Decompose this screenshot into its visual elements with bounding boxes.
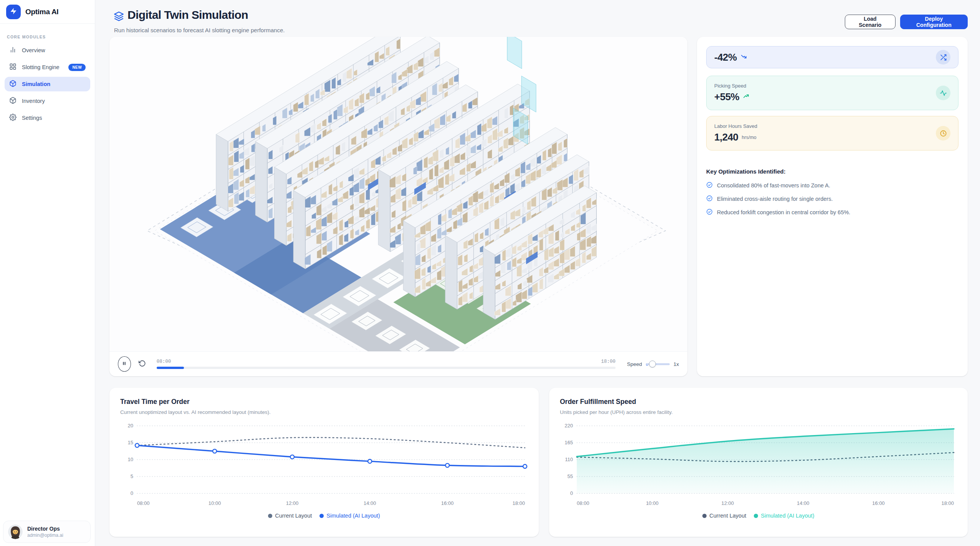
svg-text:08:00: 08:00 — [137, 500, 150, 506]
timeline-track[interactable] — [157, 367, 616, 369]
logo — [6, 5, 21, 19]
fulfillment-speed-chart-card: Order Fulfillment Speed Units picked per… — [549, 388, 968, 537]
stat-value: +55% — [714, 91, 739, 103]
svg-text:16:00: 16:00 — [441, 500, 454, 506]
svg-text:5: 5 — [131, 473, 133, 479]
svg-text:0: 0 — [131, 490, 133, 496]
svg-text:10:00: 10:00 — [209, 500, 221, 506]
header-actions: Load Scenario Deploy Configuration — [845, 15, 968, 29]
legend-dot — [754, 514, 758, 518]
stat-card-picking-speed: Picking Speed +55% — [706, 76, 958, 110]
cube-icon — [9, 80, 17, 88]
stat-value: 1,240 — [714, 131, 738, 143]
user-name: Director Ops — [27, 526, 63, 532]
trending-up-icon — [743, 93, 749, 101]
legend-item: Simulated (AI Layout) — [319, 513, 380, 519]
legend-dot — [268, 514, 272, 518]
sidebar-section-label: CORE MODULES — [0, 24, 95, 43]
optimization-text: Consolidated 80% of fast-movers into Zon… — [717, 182, 830, 189]
sidebar-item-label: Slotting Engine — [22, 64, 60, 70]
sidebar-item-overview[interactable]: Overview — [5, 43, 90, 58]
svg-text:10:00: 10:00 — [646, 500, 659, 506]
package-icon — [9, 97, 17, 105]
pause-button[interactable] — [118, 356, 131, 372]
digital-twin-card: 08:00 18:00 Speed 1x — [109, 37, 687, 376]
page-subtitle: Run historical scenarios to forecast AI … — [114, 27, 285, 33]
svg-text:14:00: 14:00 — [364, 500, 376, 506]
shuffle-icon — [936, 50, 950, 65]
pause-icon — [121, 361, 127, 367]
speed-label: Speed — [627, 361, 642, 367]
deploy-configuration-button[interactable]: Deploy Configuration — [900, 15, 968, 29]
stat-label: Picking Speed — [714, 83, 749, 89]
brand-name: Optima AI — [25, 8, 58, 16]
legend-item: Current Layout — [268, 513, 312, 519]
chart-title: Travel Time per Order — [120, 398, 528, 406]
travel-time-chart: 0510152008:0010:0012:0014:0016:0018:00 — [120, 420, 528, 512]
user-info: Director Ops admin@optima.ai — [27, 526, 63, 538]
check-circle-icon — [706, 208, 713, 216]
digital-twin-3d-view[interactable] — [109, 37, 687, 351]
stat-unit: hrs/mo — [742, 135, 757, 140]
legend-item: Simulated (AI Layout) — [754, 513, 814, 519]
sidebar-item-inventory[interactable]: Inventory — [5, 94, 90, 108]
svg-text:18:00: 18:00 — [941, 500, 954, 506]
user-email: admin@optima.ai — [27, 533, 63, 538]
simulation-results-panel: -42% Picking Speed +55% — [697, 37, 968, 376]
chart-title: Order Fulfillment Speed — [560, 398, 957, 406]
end-time-label: 18:00 — [601, 359, 616, 364]
avatar — [8, 524, 23, 539]
svg-text:10: 10 — [128, 457, 133, 462]
page-title: Digital Twin Simulation — [127, 8, 248, 22]
sidebar-item-simulation[interactable]: Simulation — [5, 77, 90, 91]
svg-text:18:00: 18:00 — [512, 500, 525, 506]
svg-text:16:00: 16:00 — [872, 500, 885, 506]
sidebar-item-label: Inventory — [22, 98, 45, 104]
optimizations-list: Consolidated 80% of fast-movers into Zon… — [706, 182, 958, 216]
svg-text:08:00: 08:00 — [577, 500, 589, 506]
svg-text:14:00: 14:00 — [797, 500, 809, 506]
legend-dot — [702, 514, 707, 518]
svg-text:0: 0 — [570, 490, 573, 496]
check-circle-icon — [706, 182, 713, 189]
warehouse-isometric-scene — [109, 37, 687, 351]
sidebar-nav: Overview Slotting Engine NEW Simulation — [0, 43, 95, 125]
optimization-item: Consolidated 80% of fast-movers into Zon… — [706, 182, 958, 189]
playback-controls: 08:00 18:00 Speed 1x — [109, 351, 687, 376]
reset-button[interactable] — [137, 358, 147, 370]
layers-icon — [114, 11, 124, 23]
optimization-item: Eliminated cross-aisle routing for singl… — [706, 195, 958, 203]
bar-chart-icon — [9, 46, 17, 55]
speed-value: 1x — [674, 361, 679, 367]
speed-slider[interactable] — [646, 361, 670, 367]
new-badge: NEW — [68, 64, 86, 71]
chart-subtitle: Units picked per hour (UPH) across entir… — [560, 409, 957, 415]
stat-value: -42% — [714, 51, 737, 63]
timeline-progress — [157, 367, 184, 369]
grid-icon — [9, 63, 17, 71]
fulfillment-speed-chart: 05511016522008:0010:0012:0014:0016:0018:… — [560, 420, 957, 512]
timeline: 08:00 18:00 — [157, 359, 616, 369]
trending-down-icon — [740, 53, 747, 61]
stat-card-labor-hours: Labor Hours Saved 1,240 hrs/mo — [706, 116, 958, 151]
stat-card-travel-distance: -42% — [706, 46, 958, 68]
sidebar-item-settings[interactable]: Settings — [5, 111, 90, 125]
user-card[interactable]: Director Ops admin@optima.ai — [3, 521, 91, 543]
gear-icon — [9, 114, 17, 122]
activity-icon — [936, 86, 950, 100]
optimization-text: Reduced forklift congestion in central c… — [717, 209, 850, 215]
svg-text:15: 15 — [128, 440, 133, 445]
speed-control: Speed 1x — [627, 361, 679, 367]
optimizations-heading: Key Optimizations Identified: — [706, 168, 958, 175]
svg-text:12:00: 12:00 — [722, 500, 734, 506]
chart-legend: Current LayoutSimulated (AI Layout) — [560, 513, 957, 519]
optimization-item: Reduced forklift congestion in central c… — [706, 208, 958, 216]
app-root: Optima AI CORE MODULES Overview Slotting… — [0, 0, 980, 546]
slider-knob[interactable] — [649, 361, 656, 367]
svg-text:55: 55 — [568, 473, 573, 479]
sidebar-item-slotting-engine[interactable]: Slotting Engine NEW — [5, 60, 90, 74]
chart-subtitle: Current unoptimized layout vs. AI recomm… — [120, 409, 528, 415]
check-circle-icon — [706, 195, 713, 203]
load-scenario-button[interactable]: Load Scenario — [845, 15, 896, 29]
svg-text:220: 220 — [564, 423, 573, 429]
